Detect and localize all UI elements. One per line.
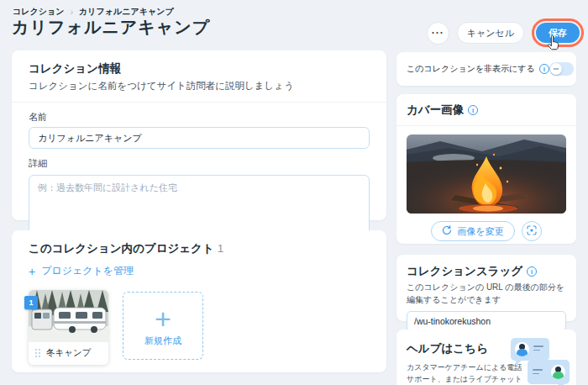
ellipsis-icon: ··· — [432, 27, 444, 39]
refresh-icon — [442, 225, 452, 237]
info-icon[interactable]: i — [539, 64, 549, 74]
project-order-badge: 1 — [24, 296, 38, 309]
chat-text-lines — [533, 345, 543, 353]
name-input[interactable] — [29, 127, 370, 149]
project-thumbnails-row: 1 — [29, 290, 370, 365]
chat-bubble-icon — [511, 338, 549, 361]
projects-count: 1 — [218, 242, 224, 255]
projects-title: このコレクション内のプロジェクト1 — [29, 241, 370, 256]
manage-projects-link[interactable]: + プロジェクトを管理 — [29, 264, 134, 278]
visibility-card: このコレクションを非表示にする i — [396, 52, 576, 86]
cover-image-title: カバー画像 — [407, 103, 464, 118]
divider — [396, 125, 576, 126]
chat-support-illustration — [509, 335, 571, 385]
create-new-project-card[interactable]: + 新規作成 — [123, 292, 203, 360]
visibility-label: このコレクションを非表示にする — [407, 63, 535, 75]
project-name: 冬キャンプ — [46, 347, 91, 359]
chat-text-lines — [533, 369, 543, 377]
pointer-cursor-icon — [548, 34, 561, 51]
drag-handle-icon[interactable] — [34, 348, 41, 358]
details-field-label: 詳細 — [29, 157, 370, 170]
change-image-label: 画像を変更 — [457, 225, 503, 238]
cover-image-card: カバー画像 i — [396, 94, 576, 244]
projects-card: このコレクション内のプロジェクト1 + プロジェクトを管理 1 — [12, 230, 386, 372]
details-textarea[interactable] — [29, 175, 370, 237]
page-title: カリフォルニアキャンプ — [12, 16, 210, 39]
cover-image-campfire[interactable] — [407, 134, 566, 214]
cancel-button[interactable]: キャンセル — [457, 22, 524, 44]
slug-description: このコレクションの URL の最後の部分を編集することができます — [407, 282, 566, 306]
customer-avatar — [551, 365, 565, 379]
focal-point-button[interactable] — [522, 221, 542, 241]
collection-info-subtitle: コレクションに名前をつけてサイト訪問者に説明しましょう — [29, 80, 370, 92]
create-new-label: 新規作成 — [144, 335, 181, 347]
info-icon[interactable]: i — [527, 266, 537, 277]
project-label-row: 冬キャンプ — [29, 342, 108, 365]
support-agent-avatar — [515, 342, 529, 356]
focal-point-icon — [527, 225, 537, 238]
name-field-label: 名前 — [29, 111, 370, 124]
plus-icon: + — [155, 303, 171, 334]
chat-bubble-icon — [528, 360, 570, 384]
slug-title: コレクションスラッグ — [407, 264, 522, 279]
collection-info-title: コレクション情報 — [29, 61, 370, 76]
projects-title-text: このコレクション内のプロジェクト — [29, 242, 214, 255]
project-card-winter-camp[interactable]: 1 — [29, 290, 108, 365]
help-description: カスタマーケアチームによる電話サポート、またはライブチャットをご利用ください。 — [407, 362, 522, 385]
collection-info-card: コレクション情報 コレクションに名前をつけてサイト訪問者に説明しましょう 名前 … — [12, 50, 386, 220]
toggle-knob — [550, 63, 562, 75]
slug-card: コレクションスラッグ i このコレクションの URL の最後の部分を編集すること… — [396, 255, 576, 321]
visibility-toggle[interactable] — [549, 62, 574, 76]
more-actions-button[interactable]: ··· — [427, 22, 449, 45]
change-image-button[interactable]: 画像を変更 — [431, 221, 514, 241]
project-thumbnail-image — [29, 290, 108, 342]
info-icon[interactable]: i — [468, 105, 478, 115]
slug-input[interactable] — [407, 311, 566, 331]
divider — [12, 102, 386, 103]
plus-icon: + — [29, 265, 35, 278]
help-card: ヘルプはこちら カスタマーケアチームによる電話サポート、またはライブチャットをご… — [396, 330, 576, 385]
manage-projects-label: プロジェクトを管理 — [41, 264, 134, 278]
